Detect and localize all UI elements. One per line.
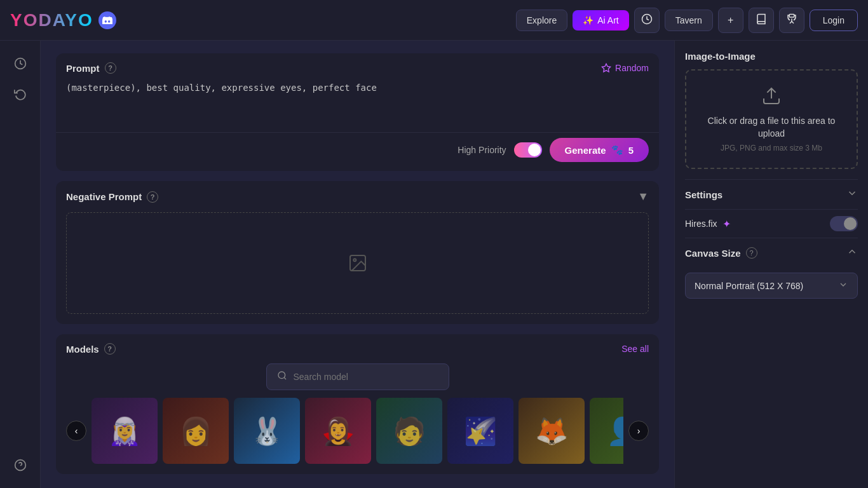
image-to-image-title: Image-to-Image <box>685 51 858 62</box>
prompt-textarea[interactable]: (masterpiece), best quality, expressive … <box>56 79 659 130</box>
sidebar-history-icon[interactable] <box>8 51 33 76</box>
prompt-label: Prompt ? <box>66 62 116 74</box>
sidebar-left <box>0 41 41 488</box>
negative-prompt-section: Negative Prompt ? ▼ <box>56 181 659 324</box>
svg-marker-6 <box>602 64 610 72</box>
negative-prompt-image-area[interactable] <box>66 212 649 314</box>
history-icon <box>641 13 653 27</box>
model-figure: 🧝‍♀️ <box>92 398 158 464</box>
main: Prompt ? Random (masterpiece), best qual… <box>0 41 868 488</box>
upload-subtitle: JPG, PNG and max size 3 Mb <box>696 144 846 152</box>
models-section: Models ? See all <box>56 334 659 474</box>
hires-sparkle-icon: ✦ <box>722 218 731 230</box>
model-figure: 🦊 <box>519 398 585 464</box>
prompt-header: Prompt ? Random <box>56 53 659 79</box>
logo-text: Yodayo <box>10 10 93 30</box>
model-figure: 👩 <box>163 398 229 464</box>
prompt-help-icon[interactable]: ? <box>105 62 116 74</box>
ai-art-icon: ✨ <box>583 15 593 25</box>
model-card[interactable]: 🧛‍♀️ <box>305 398 371 464</box>
model-search <box>56 363 659 398</box>
negative-prompt-chevron-icon: ▼ <box>637 190 649 203</box>
model-card[interactable]: 🧝‍♀️ <box>92 398 158 464</box>
login-button[interactable]: Login <box>810 10 858 31</box>
settings-chevron-icon <box>846 187 858 201</box>
discord-icon[interactable] <box>98 11 116 29</box>
plus-icon: + <box>728 15 733 26</box>
model-card[interactable]: 👤 <box>590 398 623 464</box>
svg-rect-2 <box>789 14 794 17</box>
header: Yodayo Explore ✨ Ai Art Tavern <box>0 0 868 41</box>
model-figure: 🧛‍♀️ <box>305 398 371 464</box>
negative-prompt-label: Negative Prompt ? <box>66 191 158 203</box>
high-priority-label: High Priority <box>458 145 506 155</box>
book-button[interactable] <box>749 8 774 33</box>
trophy-icon <box>786 13 797 27</box>
canvas-size-select[interactable]: Normal Portrait (512 X 768) <box>685 273 858 299</box>
model-card[interactable]: 🦊 <box>519 398 585 464</box>
svg-point-8 <box>353 259 356 261</box>
right-panel: Image-to-Image Click or drag a file to t… <box>674 41 868 488</box>
upload-area[interactable]: Click or drag a file to this area to upl… <box>685 69 858 169</box>
svg-point-9 <box>278 372 285 379</box>
negative-prompt-header[interactable]: Negative Prompt ? ▼ <box>56 181 659 212</box>
prompt-section: Prompt ? Random (masterpiece), best qual… <box>56 53 659 171</box>
high-priority-toggle[interactable] <box>514 142 542 158</box>
tavern-button[interactable]: Tavern <box>665 10 713 31</box>
model-images: 🧝‍♀️ 👩 🐰 🧛‍♀️ 🧑 🌠 <box>92 398 623 464</box>
logo: Yodayo <box>10 10 116 30</box>
carousel-prev-button[interactable]: ‹ <box>66 421 86 441</box>
center-content: Prompt ? Random (masterpiece), best qual… <box>41 41 674 488</box>
hires-fix-label: Hires.fix <box>685 219 717 229</box>
canvas-help-icon[interactable]: ? <box>746 247 757 259</box>
settings-row[interactable]: Settings <box>685 179 858 209</box>
sidebar-help-icon[interactable] <box>8 452 33 478</box>
generate-button[interactable]: Generate 🐾 5 <box>550 138 649 162</box>
random-button[interactable]: Random <box>601 63 649 73</box>
upload-title: Click or drag a file to this area to upl… <box>696 115 846 140</box>
explore-button[interactable]: Explore <box>516 10 567 31</box>
negative-prompt-help-icon[interactable]: ? <box>147 191 158 203</box>
settings-label: Settings <box>685 189 722 200</box>
model-figure: 🐰 <box>234 398 300 464</box>
negative-prompt-body <box>56 212 659 324</box>
canvas-size-row[interactable]: Canvas Size ? <box>685 238 858 268</box>
history-button[interactable] <box>634 8 660 33</box>
model-card[interactable]: 🐰 <box>234 398 300 464</box>
hires-label-group: Hires.fix ✦ <box>685 218 731 230</box>
plus-button[interactable]: + <box>718 8 743 33</box>
model-card[interactable]: 👩 <box>163 398 229 464</box>
model-card[interactable]: 🌠 <box>447 398 513 464</box>
hires-fix-toggle[interactable] <box>830 216 858 231</box>
sidebar-undo-icon[interactable] <box>8 81 33 107</box>
ai-art-button[interactable]: ✨ Ai Art <box>573 10 628 30</box>
canvas-label-group: Canvas Size ? <box>685 247 757 259</box>
generate-paw-icon: 🐾 <box>611 144 623 156</box>
model-figure: 🌠 <box>447 398 513 464</box>
canvas-size-label: Canvas Size <box>685 248 741 259</box>
prompt-footer: High Priority Generate 🐾 5 <box>56 132 659 171</box>
search-icon <box>277 370 287 383</box>
canvas-chevron-up-icon <box>846 246 858 260</box>
model-card[interactable]: 🧑 <box>376 398 442 464</box>
header-nav: Explore ✨ Ai Art Tavern + <box>516 8 858 33</box>
search-box <box>266 363 449 390</box>
carousel-next-button[interactable]: › <box>628 421 649 441</box>
svg-line-10 <box>284 377 286 379</box>
trophy-button[interactable] <box>779 8 804 33</box>
models-header: Models ? See all <box>56 334 659 363</box>
model-carousel: ‹ 🧝‍♀️ 👩 🐰 🧛‍♀️ 🧑 <box>56 398 659 474</box>
hires-fix-row: Hires.fix ✦ <box>685 209 858 238</box>
models-help-icon[interactable]: ? <box>104 343 116 355</box>
models-label: Models ? <box>66 343 116 355</box>
model-figure: 🧑 <box>376 398 442 464</box>
search-model-input[interactable] <box>294 372 438 382</box>
canvas-select-chevron-icon <box>838 280 848 292</box>
see-all-button[interactable]: See all <box>621 344 649 354</box>
book-icon <box>756 13 767 27</box>
model-figure: 👤 <box>590 398 623 464</box>
